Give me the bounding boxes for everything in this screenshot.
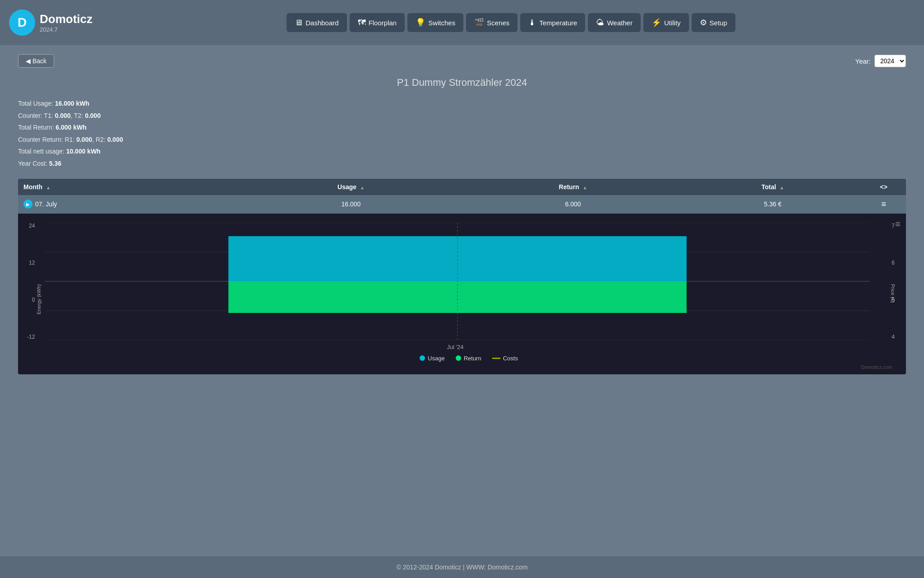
stat-nett-usage: Total nett usage: 10.000 kWh: [18, 145, 906, 158]
nav-floorplan[interactable]: 🗺Floorplan: [350, 13, 405, 32]
utility-icon: ⚡: [651, 18, 661, 28]
setup-icon: ⚙: [700, 18, 707, 28]
y-axis-left: 24 12 0 -12: [27, 223, 35, 340]
y-left-label-0: 24: [27, 223, 35, 229]
y-left-label-2: 0: [27, 297, 35, 303]
year-selector: Year: 2024 2023 2022: [855, 55, 906, 67]
y-right-label-1: 6: [892, 260, 895, 266]
col-expand[interactable]: <>: [862, 179, 906, 195]
chart-svg: [45, 223, 870, 340]
col-month[interactable]: Month ▲: [18, 179, 240, 195]
cell-return: 6.000: [462, 195, 684, 214]
chart-container: ≡ 24 12 0 -12 Energy (kWh) 7 6 5 4: [18, 214, 906, 374]
switches-icon: 💡: [416, 18, 425, 28]
y-left-label-3: -12: [27, 334, 35, 340]
table-row: ▶ 07. July 16.000 6.000 5.36 € ≡: [18, 195, 906, 214]
usage-legend-dot: [420, 355, 425, 361]
sort-usage-icon: ▲: [360, 185, 365, 190]
nav-temperature[interactable]: 🌡Temperature: [520, 13, 585, 32]
stat-counter: Counter: T1: 0.000, T2: 0.000: [18, 110, 906, 122]
main-content: ◀ Back Year: 2024 2023 2022 P1 Dummy Str…: [0, 45, 924, 556]
year-select[interactable]: 2024 2023 2022: [874, 55, 906, 67]
temperature-icon: 🌡: [528, 18, 536, 28]
nav-scenes[interactable]: 🎬Scenes: [466, 13, 517, 32]
stat-counter-return: Counter Return: R1: 0.000, R2: 0.000: [18, 134, 906, 146]
expand-icon[interactable]: ≡: [882, 200, 887, 209]
y-axis-right-title: Price (€): [890, 284, 896, 303]
app-version: 2024.7: [40, 26, 92, 33]
year-label: Year:: [855, 57, 871, 65]
y-axis-right: 7 6 5 4: [892, 223, 895, 340]
nav-setup[interactable]: ⚙Setup: [692, 13, 735, 32]
col-return[interactable]: Return ▲: [462, 179, 684, 195]
footer: © 2012-2024 Domoticz | WWW: Domoticz.com: [0, 556, 924, 578]
top-bar: D Domoticz 2024.7 🖥Dashboard 🗺Floorplan …: [0, 0, 924, 45]
sort-return-icon: ▲: [583, 185, 587, 190]
toolbar-row: ◀ Back Year: 2024 2023 2022: [18, 54, 906, 68]
back-button[interactable]: ◀ Back: [18, 54, 54, 68]
stat-total-usage: Total Usage: 16.000 kWh: [18, 98, 906, 110]
sort-month-icon: ▲: [46, 185, 51, 190]
y-left-label-1: 12: [27, 260, 35, 266]
cell-usage: 16.000: [240, 195, 462, 214]
floorplan-icon: 🗺: [358, 18, 366, 28]
logo-text: Domoticz 2024.7: [40, 12, 92, 33]
stat-year-cost: Year Cost: 5.36: [18, 158, 906, 170]
legend-return: Return: [456, 355, 481, 362]
legend-costs: Costs: [492, 355, 518, 362]
logo-area: D Domoticz 2024.7: [9, 9, 92, 36]
page-title: P1 Dummy Stromzähler 2024: [18, 77, 906, 89]
play-icon[interactable]: ▶: [23, 200, 32, 209]
col-total[interactable]: Total ▲: [684, 179, 862, 195]
chart-legend: Usage Return Costs: [41, 355, 897, 362]
return-legend-dot: [456, 355, 461, 361]
scenes-icon: 🎬: [474, 18, 484, 28]
x-axis-label: Jul '24: [41, 344, 870, 350]
copyright: © 2012-2024 Domoticz | WWW: Domoticz.com: [397, 564, 528, 571]
stats-block: Total Usage: 16.000 kWh Counter: T1: 0.0…: [18, 98, 906, 170]
cell-total: 5.36 €: [684, 195, 862, 214]
app-name: Domoticz: [40, 12, 92, 26]
cell-month: ▶ 07. July: [18, 195, 240, 214]
chart-credit: Domoticz.com: [41, 364, 892, 370]
legend-usage: Usage: [420, 355, 445, 362]
y-axis-left-title: Energy (kWh): [36, 284, 42, 314]
data-section: Month ▲ Usage ▲ Return ▲ Total ▲: [18, 179, 906, 374]
dashboard-icon: 🖥: [295, 18, 303, 28]
y-right-label-3: 4: [892, 334, 895, 340]
stat-total-return: Total Return: 6.000 kWh: [18, 121, 906, 134]
chart-menu-button[interactable]: ≡: [895, 219, 901, 229]
nav-switches[interactable]: 💡Switches: [407, 13, 463, 32]
logo-icon: D: [9, 9, 35, 36]
data-table: Month ▲ Usage ▲ Return ▲ Total ▲: [18, 179, 906, 214]
nav-dashboard[interactable]: 🖥Dashboard: [286, 13, 346, 32]
col-usage[interactable]: Usage ▲: [240, 179, 462, 195]
nav-buttons: 🖥Dashboard 🗺Floorplan 💡Switches 🎬Scenes …: [107, 13, 915, 32]
nav-weather[interactable]: 🌤Weather: [588, 13, 640, 32]
sort-total-icon: ▲: [780, 185, 784, 190]
cell-expand: ≡: [862, 195, 906, 214]
weather-icon: 🌤: [596, 18, 604, 28]
y-right-label-0: 7: [892, 223, 895, 229]
return-bar: [228, 281, 687, 313]
nav-utility[interactable]: ⚡Utility: [643, 13, 689, 32]
costs-legend-line: [492, 358, 500, 359]
chart-area: 24 12 0 -12 Energy (kWh) 7 6 5 4 Price (…: [45, 223, 870, 340]
